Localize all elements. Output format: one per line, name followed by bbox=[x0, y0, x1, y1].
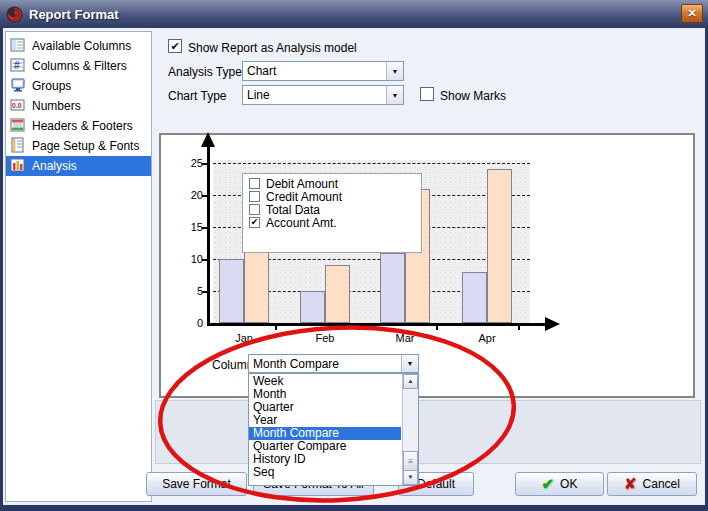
list-scrollbar[interactable]: ▲ ≡ ▼ bbox=[402, 374, 418, 485]
titlebar[interactable]: Report Format ✕ bbox=[0, 0, 708, 28]
x-category-label: Apr bbox=[462, 332, 512, 344]
show-marks-label: Show Marks bbox=[440, 89, 506, 103]
sidebar-item-headers-footers[interactable]: Headers & Footers bbox=[6, 116, 151, 136]
scroll-down-icon[interactable]: ▼ bbox=[403, 470, 418, 485]
dropdown-option-seq[interactable]: Seq bbox=[249, 466, 401, 479]
svg-text:0.0: 0.0 bbox=[12, 102, 22, 109]
chevron-down-icon[interactable]: ▼ bbox=[386, 86, 403, 104]
legend-checkbox[interactable]: ✔ bbox=[249, 217, 260, 228]
sidebar-item-label: Numbers bbox=[32, 99, 81, 113]
x-tick bbox=[518, 326, 520, 330]
bar-jan-peach-series bbox=[244, 246, 269, 323]
chevron-down-icon[interactable]: ▼ bbox=[386, 62, 403, 80]
headers-footers-icon bbox=[10, 117, 26, 136]
bar-feb-lavender-series bbox=[300, 291, 325, 323]
gridline-25 bbox=[213, 163, 530, 164]
bar-feb-peach-series bbox=[325, 265, 350, 323]
x-category-label: Mar bbox=[380, 332, 430, 344]
legend-checkbox[interactable] bbox=[249, 191, 260, 202]
analysis-type-value: Chart bbox=[243, 64, 386, 78]
column-combobox-value: Month Compare bbox=[249, 357, 401, 371]
show-report-checkbox[interactable]: ✔ bbox=[168, 39, 182, 53]
legend-row: ✔Account Amt. bbox=[249, 216, 421, 229]
sidebar-item-available-columns[interactable]: Available Columns bbox=[6, 36, 151, 56]
page-setup-icon bbox=[10, 137, 26, 156]
x-axis-arrow-icon bbox=[545, 317, 560, 331]
column-dropdown-list: WeekMonthQuarterYearMonth CompareQuarter… bbox=[248, 373, 419, 486]
legend-row: Total Data bbox=[249, 203, 421, 216]
sidebar-item-columns-filters[interactable]: #Columns & Filters bbox=[6, 56, 151, 76]
y-tick-label: 25 bbox=[177, 157, 203, 169]
legend-label: Account Amt. bbox=[266, 216, 337, 230]
numbers-icon: 0.0 bbox=[10, 97, 26, 116]
y-tick-label: 10 bbox=[177, 253, 203, 265]
y-tick-label: 5 bbox=[177, 285, 203, 297]
sidebar-item-label: Groups bbox=[32, 79, 71, 93]
save-format-button[interactable]: Save Format bbox=[146, 472, 247, 496]
svg-text:#: # bbox=[14, 60, 20, 71]
save-format-label: Save Format bbox=[162, 477, 231, 491]
bar-mar-lavender-series bbox=[380, 253, 405, 323]
analysis-type-combobox[interactable]: Chart ▼ bbox=[242, 61, 404, 81]
bar-apr-lavender-series bbox=[462, 272, 487, 323]
cancel-label: Cancel bbox=[643, 477, 680, 491]
sidebar-item-groups[interactable]: Groups bbox=[6, 76, 151, 96]
close-button[interactable]: ✕ bbox=[681, 4, 703, 23]
sidebar-item-numbers[interactable]: 0.0Numbers bbox=[6, 96, 151, 116]
scroll-up-icon[interactable]: ▲ bbox=[403, 374, 418, 389]
chart-type-value: Line bbox=[243, 88, 386, 102]
sidebar-item-label: Page Setup & Fonts bbox=[32, 139, 139, 153]
chart-type-label: Chart Type bbox=[168, 89, 226, 103]
show-report-label: Show Report as Analysis model bbox=[188, 41, 357, 55]
y-tick-label: 15 bbox=[177, 221, 203, 233]
legend-label: Total Data bbox=[266, 203, 320, 217]
sidebar-item-label: Available Columns bbox=[32, 39, 131, 53]
sidebar-item-label: Columns & Filters bbox=[32, 59, 127, 73]
ok-label: OK bbox=[560, 477, 577, 491]
report-format-dialog: Report Format ✕ Available Columns#Column… bbox=[0, 0, 708, 511]
sidebar-item-label: Analysis bbox=[32, 159, 77, 173]
cancel-button[interactable]: ✘ Cancel bbox=[607, 472, 697, 496]
x-icon: ✘ bbox=[624, 475, 637, 493]
x-category-label: Feb bbox=[300, 332, 350, 344]
bar-jan-lavender-series bbox=[219, 259, 244, 323]
analysis-type-label: Analysis Type bbox=[168, 65, 242, 79]
x-tick bbox=[356, 326, 358, 330]
legend-label: Debit Amount bbox=[266, 177, 338, 191]
bar-apr-peach-series bbox=[487, 169, 512, 323]
show-marks-checkbox[interactable] bbox=[420, 87, 434, 101]
ok-button[interactable]: ✔ OK bbox=[515, 472, 604, 496]
legend-label: Credit Amount bbox=[266, 190, 342, 204]
column-combobox[interactable]: Month Compare ▼ bbox=[248, 354, 419, 373]
legend-checkbox[interactable] bbox=[249, 178, 260, 189]
y-tick-label: 0 bbox=[177, 317, 203, 329]
default-label: Default bbox=[417, 477, 455, 491]
y-axis bbox=[207, 145, 210, 326]
filter-grid-icon: # bbox=[10, 57, 26, 76]
x-category-label: Jan bbox=[219, 332, 269, 344]
sidebar-item-analysis[interactable]: Analysis bbox=[6, 156, 151, 176]
x-tick bbox=[275, 326, 277, 330]
window-title: Report Format bbox=[29, 7, 119, 22]
analysis-icon bbox=[10, 157, 26, 176]
legend-row: Credit Amount bbox=[249, 190, 421, 203]
x-tick bbox=[436, 326, 438, 330]
sidebar-item-page-setup-fonts[interactable]: Page Setup & Fonts bbox=[6, 136, 151, 156]
y-tick-label: 20 bbox=[177, 189, 203, 201]
sidebar-item-label: Headers & Footers bbox=[32, 119, 133, 133]
chevron-down-icon[interactable]: ▼ bbox=[401, 355, 418, 372]
groups-icon bbox=[10, 77, 26, 96]
app-icon bbox=[6, 6, 23, 23]
sidebar: Available Columns#Columns & FiltersGroup… bbox=[5, 31, 152, 502]
legend-row: Debit Amount bbox=[249, 177, 421, 190]
footer-panel bbox=[155, 400, 701, 464]
legend-checkbox[interactable] bbox=[249, 204, 260, 215]
columns-list-icon bbox=[10, 37, 26, 56]
y-axis-arrow-icon bbox=[201, 132, 215, 147]
x-axis bbox=[207, 323, 545, 326]
chart-legend: Debit AmountCredit AmountTotal Data✔Acco… bbox=[242, 173, 422, 253]
check-icon: ✔ bbox=[542, 475, 555, 493]
chart-type-combobox[interactable]: Line ▼ bbox=[242, 85, 404, 105]
